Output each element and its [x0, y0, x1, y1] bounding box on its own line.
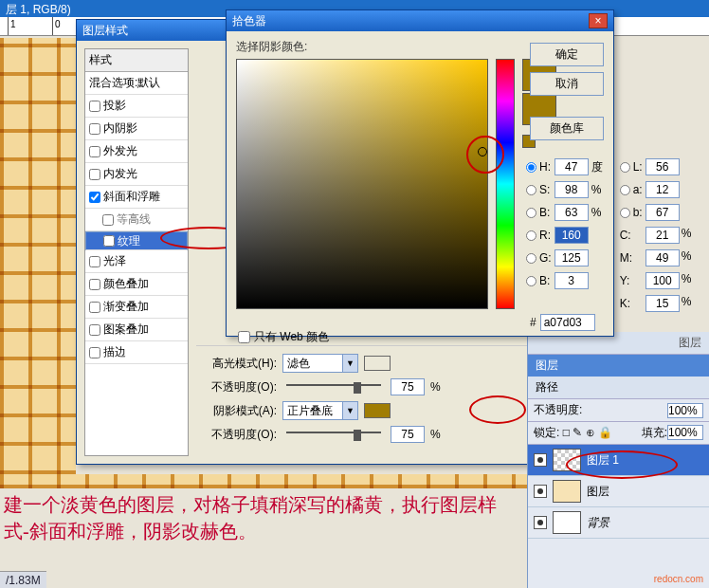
style-item-8[interactable]: 颜色叠加	[85, 273, 188, 296]
visibility-icon[interactable]	[534, 516, 547, 529]
m-input[interactable]	[645, 249, 680, 266]
layer-row[interactable]: 背景	[528, 507, 709, 539]
highlight-color-swatch[interactable]	[364, 356, 391, 371]
k-input[interactable]	[645, 295, 680, 312]
paths-tab[interactable]: 路径	[528, 377, 709, 399]
blend-options-row[interactable]: 混合选项:默认	[85, 72, 188, 95]
layer-row[interactable]: 图层 1	[528, 445, 709, 476]
style-checkbox[interactable]	[89, 347, 100, 358]
a-radio[interactable]	[620, 185, 630, 195]
style-checkbox[interactable]	[89, 101, 100, 112]
g-input[interactable]	[554, 249, 589, 266]
y-input[interactable]	[645, 272, 680, 289]
chevron-down-icon: ▼	[342, 402, 357, 419]
ok-button[interactable]: 确定	[530, 43, 604, 66]
cancel-button[interactable]: 取消	[530, 72, 604, 96]
style-checkbox[interactable]	[89, 324, 100, 336]
layer-thumb[interactable]	[553, 480, 581, 503]
visibility-icon[interactable]	[534, 453, 547, 467]
bv-radio[interactable]	[526, 208, 536, 218]
g-radio[interactable]	[526, 253, 536, 264]
close-icon[interactable]: ×	[589, 13, 608, 28]
style-checkbox[interactable]	[89, 279, 100, 290]
b-radio[interactable]	[620, 208, 630, 218]
style-checkbox[interactable]	[89, 146, 100, 157]
hue-slider[interactable]	[496, 59, 515, 309]
style-label: 斜面和浮雕	[103, 189, 160, 205]
visibility-icon[interactable]	[534, 485, 547, 498]
style-item-7[interactable]: 光泽	[85, 250, 188, 273]
layers-tab[interactable]: 图层	[528, 355, 709, 377]
style-checkbox[interactable]	[89, 302, 100, 313]
style-label: 内阴影	[103, 120, 137, 137]
s-input[interactable]	[554, 181, 589, 198]
style-checkbox[interactable]	[102, 214, 114, 226]
opacity1-label: 不透明度(O):	[196, 379, 277, 395]
style-item-11[interactable]: 描边	[85, 341, 188, 364]
instruction-text: 建一个淡黄色的图层，对格子填稍深写的橘黄，执行图层样式-斜面和浮雕，阴影改赫色。	[4, 491, 519, 544]
layers-panel: 图层 图层 路径 不透明度: 锁定: □ ✎ ⊕ 🔒 填充: 图层 1图层背景	[527, 332, 709, 588]
style-checkbox[interactable]	[89, 123, 100, 135]
opacity2-label: 不透明度(O):	[196, 427, 277, 443]
l-radio[interactable]	[620, 162, 630, 173]
style-item-4[interactable]: 斜面和浮雕	[85, 186, 188, 209]
web-only-check[interactable]: 只有 Web 颜色	[238, 329, 329, 345]
opacity1-input[interactable]	[391, 378, 425, 395]
style-checkbox[interactable]	[89, 256, 100, 267]
layer-opacity-input[interactable]	[667, 403, 703, 418]
layer-row[interactable]: 图层	[528, 476, 709, 507]
opacity1-slider[interactable]	[286, 384, 381, 390]
shadow-color-swatch[interactable]	[364, 403, 391, 418]
style-item-5[interactable]: 等高线	[85, 209, 188, 231]
b-input[interactable]	[645, 204, 680, 221]
s-radio[interactable]	[526, 185, 536, 195]
hex-input[interactable]	[540, 314, 595, 331]
canvas-area[interactable]	[0, 38, 76, 474]
layer-name: 图层 1	[587, 452, 619, 469]
color-library-button[interactable]: 颜色库	[530, 117, 604, 140]
a-input[interactable]	[645, 181, 680, 198]
h-radio[interactable]	[526, 162, 536, 173]
title-text: 层 1, RGB/8)	[6, 3, 71, 16]
opacity-label: 不透明度:	[534, 402, 582, 418]
style-checkbox[interactable]	[89, 169, 100, 180]
style-label: 内发光	[103, 166, 137, 182]
style-label: 渐变叠加	[103, 299, 149, 315]
r-radio[interactable]	[526, 230, 536, 241]
opacity2-input[interactable]	[391, 426, 425, 443]
status-bar: /1.83M	[0, 571, 46, 588]
c-input[interactable]	[645, 227, 680, 244]
style-checkbox[interactable]	[103, 235, 115, 247]
style-label: 投影	[103, 98, 126, 114]
layer-thumb[interactable]	[553, 511, 581, 534]
highlight-mode-select[interactable]: 滤色 ▼	[282, 354, 358, 373]
l-input[interactable]	[645, 158, 680, 175]
style-item-10[interactable]: 图案叠加	[85, 319, 188, 341]
dialog-title: 图层样式	[82, 23, 128, 38]
style-checkbox[interactable]	[89, 192, 100, 203]
bv-input[interactable]	[554, 204, 589, 221]
style-item-0[interactable]: 投影	[85, 95, 188, 118]
style-item-1[interactable]: 内阴影	[85, 118, 188, 140]
style-label: 纹理	[118, 233, 140, 249]
color-picker-dialog: 拾色器 × 选择阴影颜色: 确定 取消 颜色库 H: 度 L:	[226, 9, 614, 337]
shadow-mode-select[interactable]: 正片叠底 ▼	[282, 401, 358, 420]
style-item-6[interactable]: 纹理	[85, 231, 188, 250]
h-input[interactable]	[554, 158, 589, 175]
style-label: 等高线	[117, 211, 151, 228]
opacity2-slider[interactable]	[286, 432, 381, 437]
style-item-2[interactable]: 外发光	[85, 140, 188, 163]
color-field[interactable]	[236, 59, 488, 309]
color-picker-titlebar[interactable]: 拾色器 ×	[227, 10, 613, 31]
fill-input[interactable]	[667, 425, 703, 440]
style-item-3[interactable]: 内发光	[85, 163, 188, 186]
style-label: 外发光	[103, 143, 137, 159]
layer-thumb[interactable]	[553, 449, 581, 471]
layer-name: 图层	[587, 484, 609, 500]
bc-radio[interactable]	[526, 276, 536, 286]
highlight-mode-label: 高光模式(H):	[196, 356, 277, 372]
style-header[interactable]: 样式	[85, 49, 188, 72]
style-item-9[interactable]: 渐变叠加	[85, 296, 188, 319]
r-input[interactable]	[554, 227, 589, 244]
bc-input[interactable]	[554, 272, 589, 289]
